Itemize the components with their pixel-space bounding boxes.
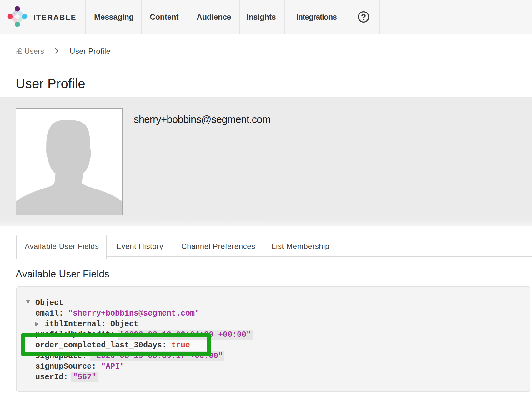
svg-text:?: ? [361, 13, 366, 22]
